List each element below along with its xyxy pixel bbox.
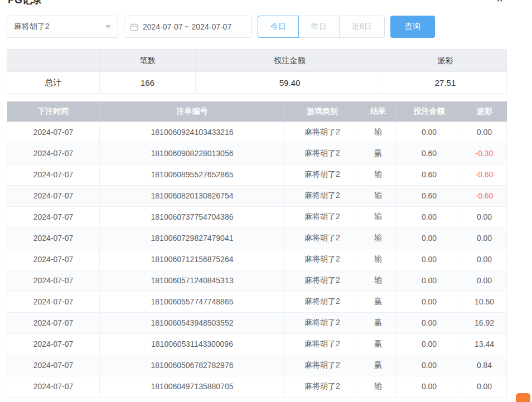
bet-time-cell: 2024-07-07 — [7, 249, 100, 270]
bet-amount-cell: 0.60 — [396, 143, 462, 164]
bet-id-cell: 1810060729827479041 — [100, 227, 285, 249]
payout-cell: 0.00 — [462, 122, 507, 143]
bet-time-cell: 2024-07-07 — [7, 270, 100, 291]
summary-total-bet-amount: 59.40 — [196, 72, 384, 94]
game-type-cell: 麻将胡了2 — [285, 122, 360, 143]
bet-time-cell: 2024-07-07 — [7, 291, 100, 312]
result-cell: 输 — [360, 122, 396, 143]
bet-time-cell: 2024-07-07 — [7, 333, 100, 355]
payout-cell: 10.50 — [462, 291, 507, 312]
summary-header-bet-amount: 投注金额 — [196, 50, 384, 72]
bet-table-header-row: 下注时间 注单编号 游戏类别 结果 投注金额 派彩 — [7, 101, 507, 122]
yesterday-button[interactable]: 昨日 — [298, 16, 340, 38]
bet-id-cell: 1810060571240845313 — [100, 270, 285, 291]
result-cell: 输 — [360, 270, 396, 291]
calendar-icon — [130, 23, 138, 31]
game-type-cell: 麻将胡了2 — [285, 164, 360, 185]
bet-id-cell: 1810060506782782976 — [100, 355, 285, 376]
bet-amount-cell: 0.00 — [396, 312, 462, 333]
result-cell: 输 — [360, 164, 396, 185]
floating-service-icon[interactable] — [516, 393, 530, 402]
bet-time-cell: 2024-07-07 — [7, 312, 100, 333]
payout-cell: 13.44 — [462, 333, 507, 355]
table-row: 2024-07-071810060557747748865麻将胡了2赢0.001… — [7, 291, 507, 312]
date-range-picker[interactable]: 2024-07-07 ~ 2024-07-07 — [124, 16, 252, 38]
table-row: 2024-07-071810060571240845313麻将胡了2输0.000… — [7, 270, 507, 291]
summary-total-row: 总计 166 59.40 27.51 — [7, 72, 507, 94]
payout-cell: -0.30 — [462, 143, 507, 164]
summary-header-payout: 派彩 — [384, 50, 507, 72]
bet-id-cell: 1810060531143300096 — [100, 333, 285, 355]
bet-id-cell: 1810060908228013056 — [100, 143, 285, 164]
game-type-cell: 麻将胡了2 — [285, 291, 360, 312]
game-type-cell: 麻将胡了2 — [285, 376, 360, 397]
query-button[interactable]: 查询 — [390, 16, 435, 38]
game-type-cell: 麻将胡了2 — [285, 206, 360, 227]
table-row: 2024-07-071810060820130826754麻将胡了2输0.60-… — [7, 185, 507, 206]
bet-amount-cell: 0.00 — [396, 227, 462, 249]
bet-id-cell: 1810060924103433216 — [100, 122, 285, 143]
game-type-cell: 麻将胡了2 — [285, 312, 360, 333]
result-cell: 输 — [360, 206, 396, 227]
game-select[interactable]: 麻将胡了2 — [7, 16, 118, 38]
bet-id-cell: 1810060737754704386 — [100, 206, 285, 227]
game-type-cell: 麻将胡了2 — [285, 227, 360, 249]
bet-id-cell: 1810060820130826754 — [100, 185, 285, 206]
table-row: 2024-07-071810060737754704386麻将胡了2输0.000… — [7, 206, 507, 227]
bet-id-cell: 1810060557747748865 — [100, 291, 285, 312]
table-row: 2024-07-071810060729827479041麻将胡了2输0.000… — [7, 227, 507, 249]
summary-total-label: 总计 — [7, 72, 100, 94]
payout-cell: 0.84 — [462, 355, 507, 376]
last-8-days-button[interactable]: 近8日 — [339, 16, 385, 38]
bet-id-cell: 1810060712156875264 — [100, 249, 285, 270]
bet-time-cell: 2024-07-07 — [7, 185, 100, 206]
result-cell: 赢 — [360, 355, 396, 376]
col-header-bet-amount: 投注金额 — [396, 101, 462, 122]
bet-time-cell: 2024-07-07 — [7, 143, 100, 164]
result-cell: 输 — [360, 249, 396, 270]
table-row: 2024-07-071810060908228013056麻将胡了2赢0.60-… — [7, 143, 507, 164]
col-header-result: 结果 — [360, 101, 396, 122]
bet-table-body: 2024-07-071810060924103433216麻将胡了2输0.000… — [7, 122, 507, 397]
bet-amount-cell: 0.00 — [396, 249, 462, 270]
close-icon[interactable]: × — [496, 0, 503, 4]
table-row: 2024-07-071810060506782782976麻将胡了2赢0.000… — [7, 355, 507, 376]
summary-table: 笔数 投注金额 派彩 总计 166 59.40 27.51 — [7, 49, 507, 94]
result-cell: 赢 — [360, 333, 396, 355]
payout-cell: 0.00 — [462, 249, 507, 270]
result-cell: 输 — [360, 227, 396, 249]
summary-total-count: 166 — [100, 72, 196, 94]
bet-amount-cell: 0.00 — [396, 206, 462, 227]
col-header-bet-time: 下注时间 — [7, 101, 100, 122]
bet-amount-cell: 0.00 — [396, 270, 462, 291]
table-row: 2024-07-071810060712156875264麻将胡了2输0.000… — [7, 249, 507, 270]
bet-amount-cell: 0.00 — [396, 333, 462, 355]
table-row: 2024-07-071810060543948503552麻将胡了2赢0.001… — [7, 312, 507, 333]
result-cell: 赢 — [360, 143, 396, 164]
date-range-value: 2024-07-07 ~ 2024-07-07 — [143, 22, 231, 31]
col-header-payout: 派彩 — [462, 101, 507, 122]
bet-amount-cell: 0.60 — [396, 164, 462, 185]
table-row: 2024-07-071810060531143300096麻将胡了2赢0.001… — [7, 333, 507, 355]
bet-id-cell: 1810060543948503552 — [100, 312, 285, 333]
quick-date-buttons: 今日 昨日 近8日 — [258, 16, 385, 38]
summary-header-count: 笔数 — [100, 50, 196, 72]
bet-time-cell: 2024-07-07 — [7, 355, 100, 376]
bet-amount-cell: 0.00 — [396, 355, 462, 376]
bet-time-cell: 2024-07-07 — [7, 376, 100, 397]
payout-cell: 0.00 — [462, 206, 507, 227]
col-header-bet-id: 注单编号 — [100, 101, 285, 122]
bet-amount-cell: 0.00 — [396, 122, 462, 143]
page-title: PG记录 — [8, 0, 42, 6]
payout-cell: 16.92 — [462, 312, 507, 333]
today-button[interactable]: 今日 — [258, 16, 299, 38]
summary-total-payout: 27.51 — [384, 72, 507, 94]
bet-amount-cell: 0.00 — [396, 376, 462, 397]
summary-header-row: 笔数 投注金额 派彩 — [7, 50, 507, 72]
payout-cell: -0.60 — [462, 164, 507, 185]
bet-id-cell: 1810060497135880705 — [100, 376, 285, 397]
bet-time-cell: 2024-07-07 — [7, 227, 100, 249]
bet-records-table: 下注时间 注单编号 游戏类别 结果 投注金额 派彩 2024-07-071810… — [7, 101, 507, 398]
payout-cell: 0.00 — [462, 270, 507, 291]
table-row: 2024-07-071810060895527652865麻将胡了2输0.60-… — [7, 164, 507, 185]
